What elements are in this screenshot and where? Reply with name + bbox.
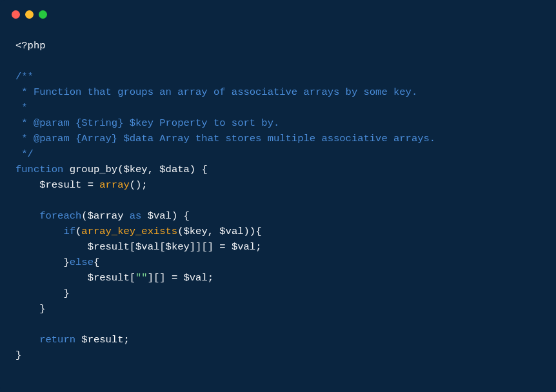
bracket: [ bbox=[130, 272, 135, 284]
brace: } bbox=[63, 257, 69, 268]
op: = bbox=[81, 179, 99, 191]
call-array: array bbox=[99, 179, 130, 191]
op: = bbox=[166, 272, 184, 284]
comment-line: */ bbox=[15, 148, 34, 160]
semi: ; bbox=[208, 272, 213, 284]
brace: } bbox=[39, 303, 45, 315]
comma: , bbox=[148, 164, 160, 175]
window-titlebar bbox=[0, 0, 556, 24]
comment-line: * bbox=[15, 102, 28, 113]
var: $result bbox=[81, 334, 123, 346]
paren: ( bbox=[75, 226, 81, 237]
code-window: <?php /** * Function that groups an arra… bbox=[0, 0, 556, 392]
paren: ) { bbox=[172, 210, 190, 222]
var: $array bbox=[88, 210, 124, 222]
maximize-icon[interactable] bbox=[39, 10, 47, 19]
minimize-icon[interactable] bbox=[25, 10, 34, 19]
keyword-return: return bbox=[39, 334, 75, 346]
php-open: <?php bbox=[15, 40, 46, 52]
var: $result bbox=[39, 179, 81, 191]
comment-line: * @param {String} $key Property to sort … bbox=[15, 117, 279, 129]
call-ake: array_key_exists bbox=[81, 226, 177, 237]
keyword-function: function bbox=[15, 164, 63, 175]
var: $key bbox=[183, 226, 207, 237]
brace: } bbox=[63, 288, 69, 299]
keyword-if: if bbox=[63, 226, 75, 237]
space bbox=[75, 334, 81, 346]
bracket: ]][] bbox=[190, 241, 213, 253]
param: $key bbox=[123, 164, 147, 175]
bracket: [ bbox=[130, 241, 135, 253]
bracket: ][] bbox=[148, 272, 166, 284]
code-block: <?php /** * Function that groups an arra… bbox=[0, 24, 556, 363]
comment-line: /** bbox=[15, 71, 34, 83]
var: $val bbox=[183, 272, 207, 284]
paren: ( bbox=[81, 210, 87, 222]
keyword-foreach: foreach bbox=[39, 210, 81, 222]
brace: { bbox=[94, 257, 99, 268]
var: $val bbox=[148, 210, 172, 222]
paren: ) bbox=[244, 226, 250, 237]
var: $val bbox=[232, 241, 255, 253]
brace: } bbox=[15, 349, 21, 361]
var: $key bbox=[166, 241, 190, 253]
keyword-as: as bbox=[123, 210, 147, 222]
var: $val bbox=[135, 241, 159, 253]
close-icon[interactable] bbox=[12, 10, 20, 19]
comma: , bbox=[208, 226, 220, 237]
keyword-else: else bbox=[70, 257, 94, 268]
paren: ) { bbox=[190, 164, 208, 175]
paren: (); bbox=[130, 179, 148, 191]
op: = bbox=[213, 241, 232, 253]
semi: ; bbox=[255, 241, 261, 253]
string-empty: "" bbox=[135, 272, 148, 284]
brace: ){ bbox=[250, 226, 262, 237]
var: $val bbox=[219, 226, 243, 237]
semi: ; bbox=[123, 334, 129, 346]
bracket: [ bbox=[159, 241, 165, 253]
comment-line: * Function that groups an array of assoc… bbox=[15, 86, 417, 98]
comment-line: * @param {Array} $data Array that stores… bbox=[15, 133, 435, 144]
param: $data bbox=[159, 164, 190, 175]
var: $result bbox=[88, 241, 130, 253]
var: $result bbox=[88, 272, 130, 284]
func-name: group_by bbox=[63, 164, 117, 175]
